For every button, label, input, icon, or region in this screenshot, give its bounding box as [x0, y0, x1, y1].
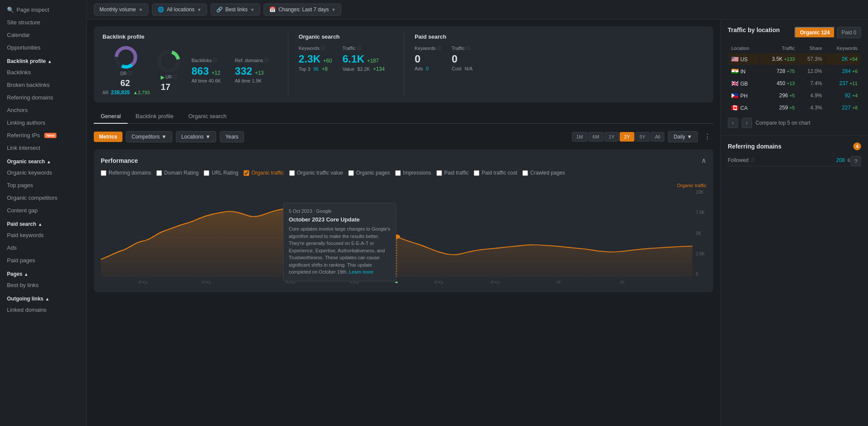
checkbox-url-rating[interactable]: URL Rating — [204, 170, 238, 176]
table-row[interactable]: 🇵🇭PH 296 +5 4.9% 92 +4 — [729, 90, 860, 101]
next-arrow[interactable]: › — [742, 118, 752, 128]
sidebar-section-pages[interactable]: Pages ▲ — [0, 267, 86, 279]
ur-info-icon[interactable]: ⓘ — [173, 74, 177, 80]
time-all-btn[interactable]: All — [650, 132, 664, 142]
changes-btn[interactable]: 📅 Changes: Last 7 days ▼ — [264, 3, 341, 16]
sidebar-item-referring-domains[interactable]: Referring domains — [0, 91, 86, 104]
table-row[interactable]: 🇺🇸US 3.5K +133 57.3% 2K +54 — [729, 53, 860, 65]
tab-organic-search[interactable]: Organic search — [182, 109, 234, 124]
checkbox-organic-traffic-value[interactable]: Organic traffic value — [289, 170, 343, 176]
time-2y-btn[interactable]: 2Y — [620, 132, 634, 142]
time-1m-btn[interactable]: 1M — [572, 132, 587, 142]
chevron-down-icon-7: ▼ — [687, 134, 692, 140]
sidebar-item-link-intersect[interactable]: Link intersect — [0, 142, 86, 154]
backlink-stats: Backlink profile DR — [102, 33, 277, 96]
checkbox-impressions[interactable]: Impressions — [395, 170, 431, 176]
checkbox-organic-traffic[interactable]: Organic traffic — [244, 170, 284, 176]
sidebar-item-backlinks[interactable]: Backlinks — [0, 66, 86, 79]
checkbox-domain-rating[interactable]: Domain Rating — [156, 170, 198, 176]
right-sidebar: Traffic by location Organic 124 Paid 0 L… — [720, 20, 868, 426]
performance-title: Performance ∧ — [101, 156, 706, 165]
paid-keywords-stat: Keywords ⓘ 0 Ads 0 — [415, 45, 441, 71]
sidebar-item-referring-ips[interactable]: Referring IPs New — [0, 129, 86, 142]
time-5y-btn[interactable]: 5Y — [635, 132, 650, 142]
best-links-btn[interactable]: 🔗 Best links ▼ — [211, 3, 260, 16]
chevron-up-icon-5: ▲ — [45, 297, 50, 301]
locations-btn[interactable]: Locations ▼ — [176, 131, 216, 142]
svg-text:②: ② — [556, 280, 561, 284]
followed-info[interactable]: ⓘ — [750, 157, 755, 163]
sidebar-item-page-inspect[interactable]: 🔍 Page inspect — [0, 3, 86, 16]
sidebar-item-site-structure[interactable]: Site structure — [0, 16, 86, 29]
tab-general[interactable]: General — [94, 109, 128, 124]
table-row[interactable]: 🇬🇧GB 450 +13 7.4% 237 +11 — [729, 78, 860, 89]
table-row[interactable]: 🇮🇳IN 728 +75 12.0% 284 +6 — [729, 66, 860, 77]
sidebar-section-paid[interactable]: Paid search ▲ — [0, 217, 86, 229]
chevron-up-icon: ▲ — [47, 59, 52, 64]
top-toolbar: Monthly volume ▼ 🌐 All locations ▼ 🔗 Bes… — [87, 0, 868, 20]
flag-icon: 🇵🇭 — [731, 92, 739, 99]
sidebar-section-outgoing[interactable]: Outgoing links ▲ — [0, 291, 86, 304]
checkbox-referring-domains[interactable]: Referring domains — [101, 170, 151, 176]
ref-domains-info-icon[interactable]: ⓘ — [264, 57, 269, 63]
svg-text:©G: ©G — [490, 280, 500, 284]
time-6m-btn[interactable]: 6M — [588, 132, 604, 142]
checkbox-paid-traffic-cost[interactable]: Paid traffic cost — [474, 170, 517, 176]
time-1y-btn[interactable]: 1Y — [604, 132, 619, 142]
help-button[interactable]: ? — [851, 156, 861, 166]
sidebar-item-calendar[interactable]: Calendar — [0, 29, 86, 41]
backlinks-info-icon[interactable]: ⓘ — [213, 57, 217, 63]
chevron-down-icon-6: ▼ — [205, 134, 211, 140]
content-area: Backlink profile DR — [87, 20, 868, 426]
referring-domains-section: Referring domains 4 Followed ⓘ 208 62.7%… — [721, 135, 868, 173]
paid-tab[interactable]: Paid 0 — [837, 27, 861, 38]
more-options-btn[interactable]: ⋮ — [701, 131, 713, 142]
chart-label: Organic traffic — [101, 183, 706, 188]
checkbox-crawled-pages[interactable]: Crawled pages — [522, 170, 565, 176]
sidebar-item-opportunities[interactable]: Opportunities — [0, 41, 86, 54]
org-traffic-info[interactable]: ⓘ — [357, 45, 361, 51]
checkbox-organic-pages[interactable]: Organic pages — [348, 170, 390, 176]
all-locations-btn[interactable]: 🌐 All locations ▼ — [152, 3, 207, 16]
sidebar-item-ads[interactable]: Ads — [0, 241, 86, 254]
sidebar-item-paid-pages[interactable]: Paid pages — [0, 254, 86, 267]
collapse-btn[interactable]: ∧ — [701, 156, 706, 165]
org-kw-info[interactable]: ⓘ — [321, 45, 325, 51]
sidebar-item-top-pages[interactable]: Top pages — [0, 179, 86, 192]
sidebar-item-organic-competitors[interactable]: Organic competitors — [0, 192, 86, 204]
sidebar-section-organic[interactable]: Organic search ▲ — [0, 154, 86, 166]
organic-tab[interactable]: Organic 124 — [795, 27, 835, 38]
table-row[interactable]: 🇨🇦CA 259 +5 4.3% 227 +8 — [729, 102, 860, 113]
tab-backlink-profile[interactable]: Backlink profile — [129, 109, 180, 124]
stats-card: Backlink profile DR — [94, 26, 713, 102]
metrics-btn[interactable]: Metrics — [94, 132, 122, 142]
paid-stats: Paid search Keywords ⓘ 0 Ads 0 — [415, 33, 481, 96]
paid-kw-info[interactable]: ⓘ — [437, 45, 441, 51]
sidebar-item-anchors[interactable]: Anchors — [0, 104, 86, 116]
main-tabs: General Backlink profile Organic search — [94, 109, 713, 124]
sidebar-item-linked-domains[interactable]: Linked domains — [0, 304, 86, 316]
chevron-up-icon-2: ▲ — [46, 159, 51, 164]
chevron-up-icon-3: ▲ — [38, 222, 42, 227]
flag-icon: 🇬🇧 — [731, 80, 739, 87]
sidebar-item-paid-keywords[interactable]: Paid keywords — [0, 229, 86, 241]
competitors-btn[interactable]: Competitors ▼ — [126, 131, 172, 142]
sidebar-item-organic-keywords[interactable]: Organic keywords — [0, 166, 86, 179]
time-buttons: 1M 6M 1Y 2Y 5Y All — [572, 132, 664, 142]
sidebar-item-best-by-links[interactable]: Best by links — [0, 279, 86, 291]
prev-arrow[interactable]: ‹ — [728, 118, 738, 128]
sidebar-item-linking-authors[interactable]: Linking authors — [0, 116, 86, 129]
sidebar-item-content-gap[interactable]: Content gap — [0, 204, 86, 217]
years-btn[interactable]: Years — [220, 131, 244, 142]
dr-info-icon[interactable]: ⓘ — [128, 70, 132, 76]
sidebar-section-backlink[interactable]: Backlink profile ▲ — [0, 54, 86, 66]
period-btn[interactable]: Daily ▼ — [668, 131, 698, 142]
paid-traffic-info[interactable]: ⓘ — [466, 45, 470, 51]
ref-domains-badge: 4 — [853, 142, 861, 150]
tooltip-learn-more-link[interactable]: Learn more — [349, 269, 373, 274]
checkbox-paid-traffic[interactable]: Paid traffic — [436, 170, 469, 176]
monthly-volume-btn[interactable]: Monthly volume ▼ — [94, 3, 149, 16]
chevron-down-icon: ▼ — [139, 7, 143, 12]
sidebar-item-broken-backlinks[interactable]: Broken backlinks — [0, 79, 86, 91]
link-icon: 🔗 — [216, 7, 223, 13]
